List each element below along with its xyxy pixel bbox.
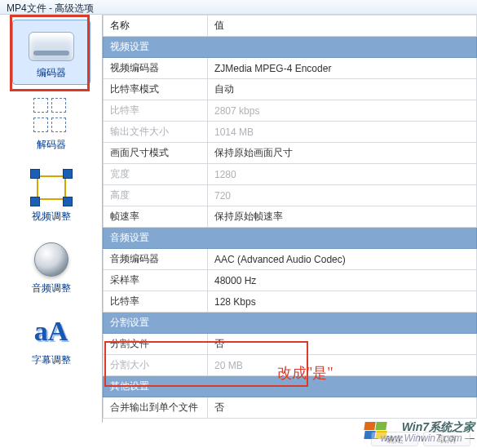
property-value: 2807 kbps: [208, 100, 477, 122]
encoder-icon: [29, 25, 74, 63]
property-value[interactable]: 48000 Hz: [208, 270, 477, 291]
property-name: 分割大小: [104, 355, 208, 376]
table-row: 输出文件大小1014 MB: [104, 122, 477, 143]
sidebar-item-label: 字幕调整: [15, 353, 88, 367]
cancel-button[interactable]: 取消: [423, 432, 470, 446]
property-value[interactable]: 否: [208, 397, 477, 419]
group-header: 音频设置: [104, 228, 477, 249]
window-titlebar: MP4文件 - 高级选项: [0, 0, 477, 15]
properties-table: 名称值视频设置视频编码器ZJMedia MPEG-4 Encoder比特率模式自…: [103, 15, 477, 419]
property-name: 视频编码器: [104, 58, 208, 79]
sidebar-item-decoder[interactable]: 解码器: [12, 91, 91, 157]
property-value[interactable]: AAC (Advanced Audio Codec): [208, 249, 477, 270]
annotation-text: 改成"是": [277, 363, 333, 383]
table-row[interactable]: 比特率模式自动: [104, 79, 477, 100]
property-name: 采样率: [104, 270, 208, 291]
property-name: 合并输出到单个文件: [104, 397, 208, 419]
sidebar: 编码器 解码器 视频调整 音频调整 aA 字幕调整: [0, 15, 103, 423]
sidebar-item-audio-adjust[interactable]: 音频调整: [12, 235, 91, 300]
sidebar-item-encoder[interactable]: 编码器: [12, 20, 91, 85]
property-name: 帧速率: [104, 206, 208, 228]
property-value[interactable]: ZJMedia MPEG-4 Encoder: [208, 58, 477, 79]
property-name: 比特率: [104, 100, 208, 122]
sidebar-item-label: 编码器: [15, 66, 88, 80]
property-value[interactable]: 保持原始帧速率: [208, 206, 477, 228]
table-row[interactable]: 帧速率保持原始帧速率: [104, 206, 477, 228]
group-header: 分割设置: [104, 313, 477, 334]
font-icon: aA: [29, 313, 74, 350]
table-row[interactable]: 比特率128 Kbps: [104, 291, 477, 313]
group-title: 音频设置: [104, 228, 477, 249]
table-row[interactable]: 视频编码器ZJMedia MPEG-4 Encoder: [104, 58, 477, 79]
dialog-buttons: 确定 取消: [371, 432, 470, 446]
sidebar-item-label: 音频调整: [15, 282, 88, 295]
property-value: 720: [208, 185, 477, 206]
property-name: 高度: [104, 185, 208, 206]
group-header: 视频设置: [104, 37, 477, 58]
speaker-icon: [29, 241, 74, 278]
table-row: 比特率2807 kbps: [104, 100, 477, 122]
watermark-title: Win7系统之家: [368, 421, 475, 432]
group-title: 分割设置: [104, 313, 477, 334]
group-title: 视频设置: [104, 37, 477, 58]
main-area: 编码器 解码器 视频调整 音频调整 aA 字幕调整 名称值视频设置视频编码器ZJ…: [0, 15, 477, 423]
sidebar-item-video-adjust[interactable]: 视频调整: [12, 163, 91, 228]
property-name: 画面尺寸模式: [104, 143, 208, 164]
table-row: 宽度1280: [104, 164, 477, 185]
column-header-value: 值: [208, 16, 477, 37]
property-value: 1280: [208, 164, 477, 185]
table-row[interactable]: 画面尺寸模式保持原始画面尺寸: [104, 143, 477, 164]
table-row[interactable]: 音频编码器AAC (Advanced Audio Codec): [104, 249, 477, 270]
property-name: 比特率模式: [104, 79, 208, 100]
property-value[interactable]: 保持原始画面尺寸: [208, 143, 477, 164]
table-row: 高度720: [104, 185, 477, 206]
property-name: 分割文件: [104, 334, 208, 355]
properties-panel: 名称值视频设置视频编码器ZJMedia MPEG-4 Encoder比特率模式自…: [103, 15, 477, 423]
sidebar-item-label: 解码器: [15, 138, 88, 152]
property-name: 输出文件大小: [104, 122, 208, 143]
sidebar-item-label: 视频调整: [15, 210, 88, 224]
table-row[interactable]: 采样率48000 Hz: [104, 270, 477, 291]
property-value: 1014 MB: [208, 122, 477, 143]
video-adjust-icon: [29, 169, 74, 206]
property-value: 20 MB: [208, 355, 477, 376]
property-value[interactable]: 自动: [208, 79, 477, 100]
table-row[interactable]: 分割文件否: [104, 334, 477, 355]
decoder-icon: [29, 97, 74, 135]
property-name: 音频编码器: [104, 249, 208, 270]
table-row: 名称值: [104, 16, 477, 37]
property-value[interactable]: 128 Kbps: [208, 291, 477, 313]
property-name: 比特率: [104, 291, 208, 313]
sidebar-item-subtitle-adjust[interactable]: aA 字幕调整: [12, 307, 91, 372]
property-name: 宽度: [104, 164, 208, 185]
ok-button[interactable]: 确定: [371, 432, 418, 446]
table-row[interactable]: 合并输出到单个文件否: [104, 397, 477, 419]
column-header-name: 名称: [104, 16, 208, 37]
property-value[interactable]: 否: [208, 334, 477, 355]
